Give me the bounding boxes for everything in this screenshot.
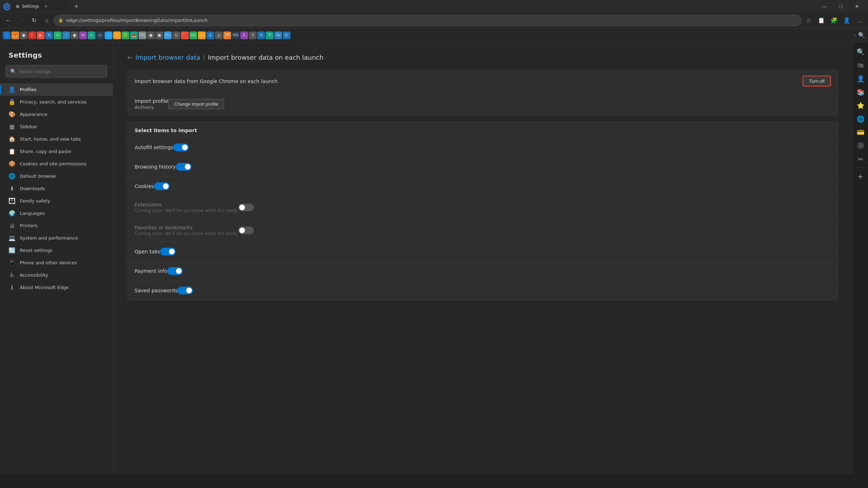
ext-16-icon[interactable]: 📥 [130, 31, 138, 39]
sidebar-item-default-browser[interactable]: 🌐 Default browser [0, 170, 113, 182]
ext-30-icon[interactable]: X [249, 31, 257, 39]
sidebar-item-accessibility[interactable]: ♿ Accessibility [0, 269, 113, 281]
ext-17-icon[interactable]: MS [139, 31, 146, 39]
settings-tab[interactable]: ⚙ Settings ✕ [12, 1, 69, 11]
add-icon[interactable]: + [854, 170, 867, 183]
ext-14-icon[interactable]: O [113, 31, 121, 39]
profile-icon[interactable]: 👤 [854, 72, 867, 85]
copilot-icon[interactable]: 🔍 [854, 45, 867, 58]
search-page-icon[interactable]: 🔍 [858, 32, 865, 39]
ext-34-icon[interactable]: Bi [283, 31, 291, 39]
sidebar-item-privacy[interactable]: 🔒 Privacy, search, and services [0, 96, 113, 108]
sidebar-item-about[interactable]: ℹ About Microsoft Edge [0, 281, 113, 294]
ext-10-icon[interactable]: W [79, 31, 87, 39]
home-button[interactable]: ⌂ [41, 15, 52, 26]
sidebar-item-profiles[interactable]: 👤 Profiles [0, 83, 113, 96]
breadcrumb-link[interactable]: Import browser data [135, 54, 200, 61]
ext-12-icon[interactable]: Li [96, 31, 104, 39]
sidebar-item-reset[interactable]: 🔄 Reset settings [0, 244, 113, 257]
import-item-toggle-saved-passwords[interactable] [177, 287, 193, 294]
screenshot-icon[interactable]: ✂ [854, 153, 867, 165]
toggle-track-browsing-history[interactable] [176, 163, 192, 171]
toggle-track-favorites[interactable] [238, 227, 254, 234]
search-box[interactable]: 🔍 [6, 65, 107, 78]
ext-22-icon[interactable]: 🔴 [181, 31, 189, 39]
minimize-button[interactable]: — [816, 1, 833, 12]
ext-edge-icon[interactable]: 🌀 [3, 31, 11, 39]
back-button[interactable]: ← [3, 15, 14, 26]
import-item-toggle-open-tabs[interactable] [160, 248, 176, 255]
breadcrumb-back-icon[interactable]: ← [127, 54, 133, 61]
ext-7-icon[interactable]: A [54, 31, 61, 39]
bing-icon[interactable]: Ⓑ [854, 139, 867, 152]
maximize-button[interactable]: □ [833, 1, 849, 12]
sidebar-item-share-copy[interactable]: 📋 Share, copy and paste [0, 145, 113, 158]
sidebar-item-downloads[interactable]: ⬇ Downloads [0, 182, 113, 195]
address-bar[interactable]: 🔒 edge://settings/profiles/importBrowsin… [54, 15, 802, 26]
ext-29-icon[interactable]: R [240, 31, 248, 39]
sidebar-item-family-safety[interactable]: 👨‍👩‍👧 Family safety [0, 195, 113, 207]
toggle-track-autofill[interactable] [173, 143, 189, 151]
more-button[interactable]: … [854, 15, 865, 26]
ext-24-icon[interactable]: Ga [198, 31, 206, 39]
toggle-track-cookies[interactable] [154, 182, 170, 190]
toggle-track-payment-info[interactable] [167, 267, 183, 275]
ext-6-icon[interactable]: N [45, 31, 53, 39]
sidebar-item-system[interactable]: 💻 System and performance [0, 232, 113, 244]
change-import-profile-button[interactable]: Change import profile [168, 99, 224, 109]
ext-3-icon[interactable]: ● [20, 31, 28, 39]
new-tab-button[interactable]: + [71, 1, 81, 11]
ext-9-icon[interactable]: ● [71, 31, 78, 39]
search-input[interactable] [19, 69, 102, 74]
shopping-icon[interactable]: 🛍 [854, 59, 867, 71]
ext-31-icon[interactable]: N [257, 31, 265, 39]
edge-drop-icon[interactable]: 🌐 [854, 112, 867, 125]
extensions-button[interactable]: 🧩 [828, 15, 840, 26]
more-extensions-icon[interactable]: › [854, 32, 856, 39]
favorites-right-icon[interactable]: ⭐ [854, 99, 867, 112]
import-item-toggle-cookies[interactable] [154, 182, 170, 190]
ext-5-icon[interactable]: ▶ [37, 31, 45, 39]
import-item-toggle-autofill[interactable] [173, 143, 189, 151]
turn-off-button[interactable]: Turn off [803, 76, 831, 87]
tab-close-icon[interactable]: ✕ [44, 4, 47, 9]
sidebar-item-start-home[interactable]: 🏠 Start, home, and new tabs [0, 133, 113, 145]
ext-33-icon[interactable]: Tw [274, 31, 282, 39]
sidebar-item-printers[interactable]: 🖨 Printers [0, 219, 113, 232]
ext-32-icon[interactable]: Tr [266, 31, 274, 39]
ext-21-icon[interactable]: G [172, 31, 180, 39]
import-item-toggle-favorites[interactable] [238, 227, 254, 234]
ext-19-icon[interactable]: ● [156, 31, 163, 39]
ext-15-icon[interactable]: 🟢 [122, 31, 129, 39]
sidebar-item-cookies[interactable]: 🍪 Cookies and site permissions [0, 158, 113, 170]
ext-26-icon[interactable]: g [215, 31, 223, 39]
ext-25-icon[interactable]: G [206, 31, 214, 39]
refresh-button[interactable]: ↻ [28, 15, 40, 26]
collections-right-icon[interactable]: 📚 [854, 86, 867, 98]
close-button[interactable]: ✕ [849, 1, 865, 12]
sidebar-item-sidebar-nav[interactable]: ▦ Sidebar [0, 120, 113, 133]
ext-18-icon[interactable]: ● [147, 31, 155, 39]
import-item-toggle-payment-info[interactable] [167, 267, 183, 275]
import-item-toggle-browsing-history[interactable] [176, 163, 192, 171]
forward-button[interactable]: → [16, 15, 27, 26]
sidebar-item-phone[interactable]: 📱 Phone and other devices [0, 257, 113, 269]
sidebar-item-languages[interactable]: 🌍 Languages [0, 207, 113, 219]
ext-8-icon[interactable]: f [62, 31, 70, 39]
ext-20-icon[interactable]: Pu [164, 31, 172, 39]
ext-23-icon[interactable]: Ma [189, 31, 197, 39]
ext-27-icon[interactable]: 🗺 [223, 31, 231, 39]
sidebar-item-appearance[interactable]: 🎨 Appearance [0, 108, 113, 120]
ext-28-icon[interactable]: MS [232, 31, 240, 39]
toggle-track-saved-passwords[interactable] [177, 287, 193, 294]
import-item-toggle-extensions[interactable] [238, 204, 254, 211]
toggle-track-open-tabs[interactable] [160, 248, 176, 255]
ext-2-icon[interactable]: 🦊 [11, 31, 19, 39]
ext-13-icon[interactable]: t [105, 31, 112, 39]
toggle-track-extensions[interactable] [238, 204, 254, 211]
collections-button[interactable]: 📋 [816, 15, 827, 26]
favorites-button[interactable]: ☆ [803, 15, 814, 26]
wallet-icon[interactable]: 💳 [854, 126, 867, 139]
ext-4-icon[interactable]: 🔴 [28, 31, 36, 39]
ext-11-icon[interactable]: in [88, 31, 95, 39]
